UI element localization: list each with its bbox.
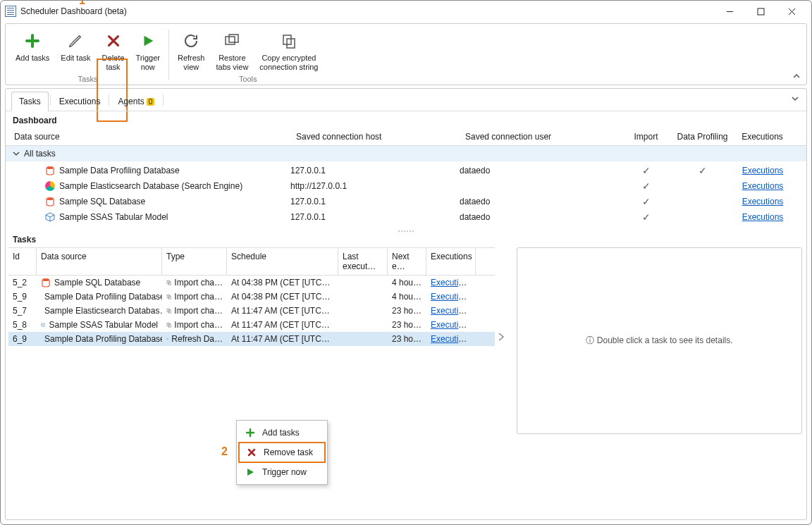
dashboard-row[interactable]: Sample SSAS Tabular Model127.0.0.1dataed… <box>6 209 806 225</box>
tasks-columns: Id Data source Type Schedule Last execut… <box>8 248 495 276</box>
col-user[interactable]: Saved connection user <box>460 128 622 145</box>
context-menu: Add tasks Remove task Trigger now <box>236 420 328 485</box>
ds-import: ✓ <box>622 211 671 223</box>
copy-conn-button[interactable]: Copy encrypted connection string <box>254 27 324 73</box>
executions-link[interactable]: Executions <box>431 320 472 330</box>
task-next: 4 hours f… <box>388 278 426 288</box>
ds-import: ✓ <box>622 165 671 176</box>
executions-link[interactable]: Executions <box>742 166 784 175</box>
task-ds: Sample Data Profiling Database <box>44 334 162 344</box>
task-type: Import cha… <box>174 278 223 288</box>
col-ds[interactable]: Data source <box>37 248 162 275</box>
refresh-view-button[interactable]: Refresh view <box>172 27 211 73</box>
tab-tasks[interactable]: Tasks <box>11 92 49 111</box>
elasticsearch-icon <box>45 181 55 191</box>
col-executions[interactable]: Executions <box>734 128 791 145</box>
task-schedule: At 11:47 AM (CET [UTC+02:… <box>227 306 338 316</box>
ds-host: 127.0.0.1 <box>290 212 460 222</box>
task-row[interactable]: 5_2Sample SQL DatabaseImport cha…At 04:3… <box>8 276 495 290</box>
dashboard-title: Dashboard <box>6 111 806 128</box>
ds-import: ✓ <box>622 180 671 192</box>
play-icon <box>245 468 255 476</box>
task-id: 5_8 <box>8 320 37 330</box>
task-schedule: At 04:38 PM (CET [UTC+02:… <box>227 292 338 302</box>
executions-link[interactable]: Executions <box>431 292 472 302</box>
plus-icon <box>245 428 255 437</box>
ctx-trigger-now[interactable]: Trigger now <box>238 463 326 481</box>
next-pane-arrow[interactable] <box>498 332 505 342</box>
task-next: 23 hours… <box>388 320 426 330</box>
x-icon <box>247 448 257 457</box>
executions-link[interactable]: Executions <box>742 197 784 206</box>
cube-icon <box>41 320 45 330</box>
task-row[interactable]: 5_9Sample Data Profiling DatabaseImport … <box>8 290 495 304</box>
task-id: 5_7 <box>8 306 37 316</box>
splitter[interactable]: ⋯⋯ <box>6 226 806 232</box>
dashboard-row[interactable]: Sample Data Profiling Database127.0.0.1d… <box>6 163 806 178</box>
svg-rect-13 <box>167 309 169 311</box>
restore-tabs-button[interactable]: Restore tabs view <box>210 27 254 73</box>
executions-link[interactable]: Executions <box>742 181 784 191</box>
edit-task-button[interactable]: Edit task <box>55 27 96 73</box>
executions-link[interactable]: Executions <box>431 334 472 344</box>
task-type: Import cha… <box>174 320 223 330</box>
executions-link[interactable]: Executions <box>431 306 472 316</box>
svg-rect-1 <box>226 37 235 44</box>
col-executions[interactable]: Executions <box>426 248 476 275</box>
task-row[interactable]: 6_9Sample Data Profiling DatabaseRefresh… <box>8 332 495 346</box>
windows-icon <box>223 31 240 51</box>
agents-count-badge: 0 <box>147 98 155 106</box>
tab-agents[interactable]: Agents0 <box>111 92 161 111</box>
task-id: 5_2 <box>8 278 37 288</box>
col-id[interactable]: Id <box>8 248 37 275</box>
task-type: Import cha… <box>174 306 223 316</box>
ds-user: dataedo <box>460 166 622 175</box>
task-ds: Sample SSAS Tabular Model <box>49 320 158 330</box>
minimize-button[interactable] <box>714 1 745 21</box>
task-schedule: At 11:47 AM (CET [UTC+02:… <box>227 320 338 330</box>
tabs-overflow-button[interactable] <box>791 94 799 103</box>
maximize-button[interactable] <box>745 1 776 21</box>
task-type: Import cha… <box>174 292 223 302</box>
trigger-now-button[interactable]: Trigger now <box>130 27 166 73</box>
col-schedule[interactable]: Schedule <box>227 248 338 275</box>
col-data-source[interactable]: Data source <box>8 128 290 145</box>
dashboard-row[interactable]: Sample Elasticsearch Database (Search En… <box>6 178 806 194</box>
task-ds: Sample Data Profiling Database <box>44 292 162 302</box>
executions-link[interactable]: Executions <box>742 212 784 222</box>
col-type[interactable]: Type <box>162 248 227 275</box>
ds-name: Sample Data Profiling Database <box>59 166 180 175</box>
task-ds: Sample SQL Database <box>54 278 140 288</box>
x-icon <box>106 31 121 51</box>
annotation-1: 1 <box>79 0 85 7</box>
ctx-add-tasks[interactable]: Add tasks <box>238 424 326 442</box>
ds-name: Sample SSAS Tabular Model <box>59 212 168 222</box>
col-profiling[interactable]: Data Profiling <box>671 128 734 145</box>
task-row[interactable]: 5_7Sample Elasticsearch Databas…Import c… <box>8 304 495 318</box>
col-last-execution[interactable]: Last execut… <box>338 248 388 275</box>
ctx-remove-task[interactable]: Remove task <box>238 442 326 463</box>
tabs-bar: Tasks Executions Agents0 <box>6 89 806 111</box>
close-button[interactable] <box>776 1 807 21</box>
executions-link[interactable]: Executions <box>431 278 472 288</box>
svg-rect-16 <box>168 324 171 327</box>
add-tasks-button[interactable]: Add tasks <box>10 27 55 73</box>
group-all-tasks[interactable]: All tasks <box>6 146 806 161</box>
ribbon-collapse-button[interactable] <box>792 72 801 80</box>
tab-executions[interactable]: Executions <box>52 92 108 111</box>
annotation-2: 2 <box>221 445 228 458</box>
col-next-execution[interactable]: Next e… <box>388 248 426 275</box>
task-id: 6_9 <box>8 334 37 344</box>
window-titlebar: Scheduler Dashboard (beta) <box>1 1 811 22</box>
dashboard-row[interactable]: Sample SQL Database127.0.0.1dataedo✓Exec… <box>6 194 806 209</box>
col-host[interactable]: Saved connection host <box>290 128 460 145</box>
task-row[interactable]: 5_8Sample SSAS Tabular ModelImport cha…A… <box>8 318 495 332</box>
details-pane: ⓘ Double click a task to see its details… <box>517 247 802 434</box>
database-icon <box>45 166 55 175</box>
ds-user: dataedo <box>460 212 622 222</box>
dashboard-columns: Data source Saved connection host Saved … <box>6 128 806 146</box>
svg-rect-8 <box>167 280 169 283</box>
pencil-icon <box>68 31 83 51</box>
import-icon <box>166 278 171 288</box>
col-import[interactable]: Import <box>622 128 671 145</box>
